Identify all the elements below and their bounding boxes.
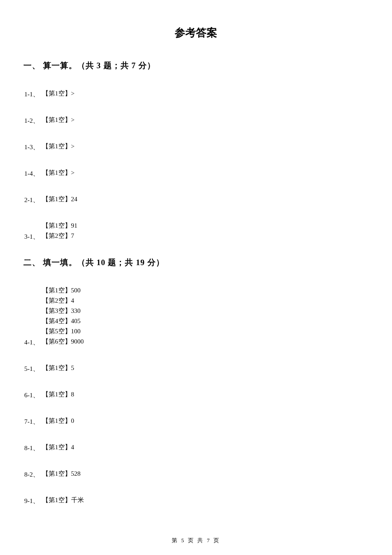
answer-row: 8-1、 【第1空】4	[23, 442, 369, 452]
answer-row: 1-3、 【第1空】>	[23, 141, 369, 151]
answer-content: 【第1空】>	[42, 168, 75, 178]
answer-content: 【第1空】>	[42, 141, 75, 151]
answer-content: 【第1空】千米	[42, 495, 84, 505]
answer-num: 2-1、	[24, 196, 42, 205]
answer-content: 【第1空】91【第2空】7	[42, 220, 78, 241]
answer-row: 5-1、 【第1空】5	[23, 363, 369, 373]
answer-row: 9-1、 【第1空】千米	[23, 495, 369, 505]
answer-num: 4-1、	[24, 338, 42, 347]
page-footer: 第 5 页 共 7 页	[0, 537, 392, 544]
answer-row: 2-1、 【第1空】24	[23, 194, 369, 204]
answer-row: 3-1、 【第1空】91【第2空】7	[23, 220, 369, 241]
answer-row: 7-1、 【第1空】0	[23, 416, 369, 426]
answer-row: 6-1、 【第1空】8	[23, 389, 369, 399]
answer-num: 1-1、	[24, 90, 42, 99]
answer-num: 3-1、	[24, 233, 42, 241]
answer-num: 5-1、	[24, 365, 42, 373]
answer-content: 【第1空】8	[42, 389, 74, 399]
answer-num: 7-1、	[24, 418, 42, 426]
answer-content: 【第1空】>	[42, 115, 75, 125]
answer-content: 【第1空】5	[42, 363, 74, 373]
page-title: 参考答案	[23, 26, 369, 40]
answer-content: 【第1空】0	[42, 416, 74, 426]
answer-content: 【第1空】4	[42, 442, 74, 452]
answer-row: 1-1、 【第1空】>	[23, 88, 369, 98]
answer-content: 【第1空】>	[42, 88, 75, 98]
answer-num: 1-3、	[24, 143, 42, 152]
answer-num: 9-1、	[24, 497, 42, 506]
answer-row: 1-2、 【第1空】>	[23, 115, 369, 125]
answer-num: 8-2、	[24, 471, 42, 479]
answer-num: 8-1、	[24, 444, 42, 453]
answer-row: 4-1、 【第1空】500【第2空】4【第3空】330【第4空】405【第5空】…	[23, 285, 369, 347]
answer-content: 【第1空】500【第2空】4【第3空】330【第4空】405【第5空】100【第…	[42, 285, 84, 347]
answer-num: 6-1、	[24, 391, 42, 400]
section-1-header: 一、 算一算。（共 3 题；共 7 分）	[23, 60, 369, 71]
section-2-header: 二、 填一填。（共 10 题；共 19 分）	[23, 257, 369, 268]
answer-content: 【第1空】24	[42, 194, 78, 204]
answer-num: 1-4、	[24, 170, 42, 178]
answer-content: 【第1空】528	[42, 468, 81, 479]
answer-row: 1-4、 【第1空】>	[23, 168, 369, 178]
answer-row: 8-2、 【第1空】528	[23, 468, 369, 479]
answer-num: 1-2、	[24, 117, 42, 125]
